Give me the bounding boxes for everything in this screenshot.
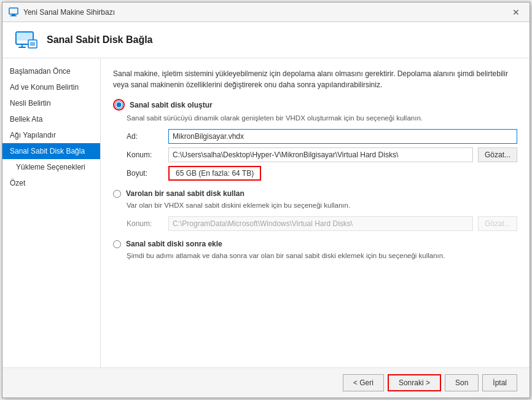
browse-button-2: Gözat... xyxy=(478,216,517,231)
svg-rect-1 xyxy=(12,14,15,15)
option2-row: Varolan bir sanal sabit disk kullan xyxy=(113,189,517,198)
header-icon xyxy=(15,31,38,49)
header-bar: Sanal Sabit Disk Bağla xyxy=(2,22,530,58)
option3-row: Sanal sabit diski sonra ekle xyxy=(113,240,517,248)
titlebar: Yeni Sanal Makine Sihirbazı ✕ xyxy=(2,2,530,22)
svg-rect-7 xyxy=(28,40,37,48)
sidebar-item-bellek[interactable]: Bellek Ata xyxy=(2,111,100,127)
konum-input[interactable] xyxy=(168,147,473,162)
option3-group: Sanal sabit diski sonra ekle Şimdi bu ad… xyxy=(113,240,517,261)
option1-desc: Sanal sabit sürücüyü dinamik olarak geni… xyxy=(127,113,517,123)
option3-radio[interactable] xyxy=(113,240,121,248)
titlebar-title: Yeni Sanal Makine Sihirbazı xyxy=(23,8,115,17)
next-button[interactable]: Sonraki > xyxy=(388,374,441,391)
option2-konum-label: Konum: xyxy=(127,219,163,228)
konum-row: Konum: Gözat... xyxy=(127,147,517,162)
sidebar-item-yukleme[interactable]: Yükleme Seçenekleri xyxy=(2,159,100,175)
ad-label: Ad: xyxy=(127,132,163,141)
sidebar-item-ozet[interactable]: Özet xyxy=(2,175,100,191)
sidebar-item-ad-konum[interactable]: Ad ve Konum Belirtin xyxy=(2,79,100,95)
description-text: Sanal makine, işletim sistemini yükleyeb… xyxy=(113,68,517,90)
svg-rect-2 xyxy=(10,15,17,17)
option3-label: Sanal sabit diski sonra ekle xyxy=(126,240,222,248)
option2-label: Varolan bir sanal sabit disk kullan xyxy=(126,189,244,198)
svg-rect-0 xyxy=(9,8,18,14)
option2-form: Konum: Gözat... xyxy=(127,216,517,231)
option2-radio[interactable] xyxy=(113,190,121,198)
option1-group: Sanal sabit disk oluştur Sanal sabit sür… xyxy=(113,99,517,181)
option3-desc: Şimdi bu adımı atlamak ve daha sonra var… xyxy=(127,251,517,261)
footer: < Geri Sonraki > Son İptal xyxy=(2,367,530,398)
header-title: Sanal Sabit Disk Bağla xyxy=(47,34,153,45)
close-button[interactable]: ✕ xyxy=(509,5,523,20)
finish-button[interactable]: Son xyxy=(445,374,479,391)
back-button[interactable]: < Geri xyxy=(343,374,384,391)
option1-radio[interactable] xyxy=(115,101,123,109)
browse-button-1[interactable]: Gözat... xyxy=(478,147,517,162)
boyut-label: Boyut: xyxy=(127,169,163,178)
boyut-value: 65 GB (En fazla: 64 TB) xyxy=(168,166,261,181)
sidebar-item-baslama[interactable]: Başlamadan Önce xyxy=(2,63,100,79)
option2-desc: Var olan bir VHDX sanal sabit diskini ek… xyxy=(127,200,517,210)
option1-row: Sanal sabit disk oluştur xyxy=(113,99,517,111)
option1-label: Sanal sabit disk oluştur xyxy=(130,101,213,109)
option2-konum-input xyxy=(168,216,473,231)
titlebar-icon xyxy=(9,7,18,17)
ad-input[interactable] xyxy=(168,129,517,144)
option1-radio-outline xyxy=(113,99,125,111)
sidebar-item-ag[interactable]: Ağı Yapılandır xyxy=(2,127,100,143)
sidebar-item-nesil[interactable]: Nesli Belirtin xyxy=(2,95,100,111)
content-area: Başlamadan Önce Ad ve Konum Belirtin Nes… xyxy=(2,58,530,367)
option1-form: Ad: Konum: Gözat... Boyut: 65 GB (En faz… xyxy=(127,129,517,181)
cancel-button[interactable]: İptal xyxy=(482,374,517,391)
option2-group: Varolan bir sanal sabit disk kullan Var … xyxy=(113,189,517,231)
svg-rect-6 xyxy=(18,47,26,48)
konum-label: Konum: xyxy=(127,151,163,159)
svg-rect-4 xyxy=(16,32,33,41)
main-window: Yeni Sanal Makine Sihirbazı ✕ Sanal Sabi… xyxy=(2,2,530,398)
option2-konum-row: Konum: Gözat... xyxy=(127,216,517,231)
titlebar-left: Yeni Sanal Makine Sihirbazı xyxy=(9,7,115,17)
ad-row: Ad: xyxy=(127,129,517,144)
sidebar-item-sanal-disk[interactable]: Sanal Sabit Disk Bağla xyxy=(2,143,100,159)
main-content: Sanal makine, işletim sistemini yükleyeb… xyxy=(101,58,530,367)
boyut-row: Boyut: 65 GB (En fazla: 64 TB) xyxy=(127,166,517,181)
sidebar: Başlamadan Önce Ad ve Konum Belirtin Nes… xyxy=(2,58,101,367)
